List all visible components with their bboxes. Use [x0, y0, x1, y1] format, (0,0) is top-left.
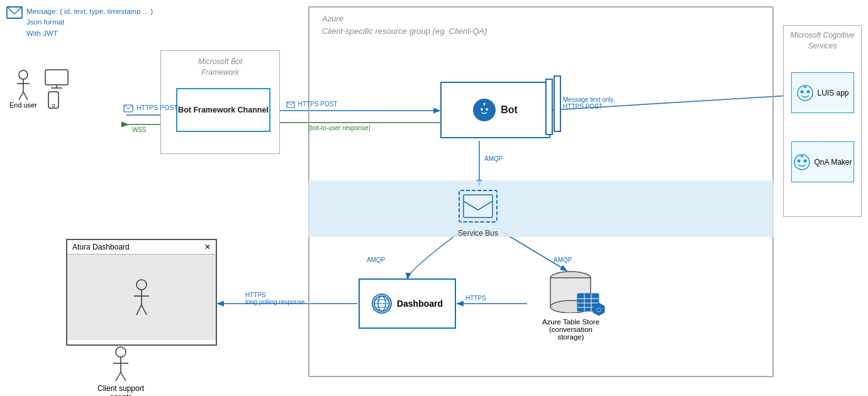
client-support-label1: Client support: [97, 384, 144, 393]
bot-stack1: [545, 79, 553, 135]
atura-person-icon: [129, 278, 154, 316]
service-bus-band: [308, 180, 774, 237]
svg-rect-14: [45, 70, 68, 85]
arrow-https-post-bfc: HTTPS POST: [123, 104, 178, 113]
top-message-line2: Json format: [26, 17, 153, 28]
azure-table-label2: (conversation: [528, 326, 613, 333]
monitor-icon: [45, 69, 71, 89]
dashboard-box: Dashboard: [359, 278, 456, 329]
arrow-wss: WSS: [132, 126, 147, 133]
arrow-message-text-label: Message text only, HTTPS POST: [563, 96, 615, 110]
top-message-line1: Message: { id, text, type, timestamp ...…: [26, 6, 153, 17]
end-user-person-icon: [14, 70, 33, 101]
svg-point-9: [19, 70, 28, 79]
svg-point-60: [804, 159, 807, 162]
hex-badge-icon: ⬡: [592, 302, 606, 316]
svg-line-48: [142, 305, 147, 315]
svg-line-12: [19, 92, 23, 100]
client-support-label2: agents: [97, 393, 144, 396]
svg-line-52: [116, 372, 121, 381]
end-user-label: End user: [9, 101, 37, 109]
service-bus-icon: [456, 187, 500, 225]
arrow-amqp-down: AMQP: [484, 155, 503, 162]
service-bus-box: Service Bus: [440, 187, 516, 238]
top-message-line3: With JWT: [26, 28, 153, 39]
arrow-amqp-right: AMQP: [554, 256, 572, 263]
azure-table-label1: Azure Table Store: [528, 318, 613, 326]
svg-point-44: [136, 280, 147, 290]
luis-icon: [796, 84, 814, 102]
envelope-top-icon: [6, 6, 23, 19]
svg-text:⬡: ⬡: [596, 307, 601, 313]
arrow-envelope2-icon: [286, 101, 295, 108]
svg-rect-17: [48, 92, 58, 108]
client-support-area: Client support agents: [97, 346, 144, 396]
cognitive-services-box: [783, 25, 862, 217]
top-message: Message: { id, text, type, timestamp ...…: [6, 6, 153, 39]
qna-box: QnA Maker: [791, 141, 854, 182]
svg-point-59: [798, 159, 801, 162]
dashboard-label: Dashboard: [397, 299, 443, 309]
service-bus-label: Service Bus: [440, 229, 516, 238]
phone-icon: [48, 91, 59, 109]
arrow-envelope-icon: [123, 104, 133, 113]
arrow-https-table: HTTPS: [465, 295, 486, 302]
diagram-container: Message: { id, text, type, timestamp ...…: [0, 0, 868, 396]
client-support-icon: [108, 346, 133, 382]
svg-line-47: [136, 305, 142, 315]
svg-point-18: [52, 104, 55, 107]
arrow-bot-to-user: (bot-to-user response): [308, 124, 370, 131]
atura-content: [67, 255, 216, 340]
svg-point-49: [116, 347, 126, 357]
atura-titlebar: Atura Dashboard ✕: [67, 240, 216, 255]
dashboard-globe-icon: [372, 294, 392, 314]
arrow-amqp-left: AMQP: [367, 256, 385, 263]
bfc-label: Bot Framework Channel: [178, 105, 269, 115]
luis-label: LUIS app: [817, 89, 849, 97]
svg-line-53: [121, 372, 126, 381]
qna-icon: [793, 153, 811, 171]
qna-label: QnA Maker: [814, 158, 852, 167]
luis-box: LUIS app: [791, 72, 854, 113]
azure-table-store-area: ⬡ Azure Table Store (conversation storag…: [528, 270, 613, 341]
bot-framework-channel-box: Bot Framework Channel: [176, 88, 270, 132]
cognitive-services-label: Microsoft Cognitive Services: [786, 30, 859, 52]
atura-title: Atura Dashboard: [72, 243, 130, 251]
bot-icon: [473, 99, 496, 121]
bot-label: Bot: [501, 104, 518, 116]
bot-framework-label: Microsoft BotFramework: [170, 57, 270, 78]
svg-rect-27: [464, 195, 492, 217]
atura-close-icon[interactable]: ✕: [204, 243, 211, 251]
arrow-https-post-bot: HTTPS POST: [286, 101, 338, 108]
bot-stack2: [554, 75, 561, 132]
svg-point-55: [801, 90, 804, 93]
svg-point-22: [481, 108, 483, 111]
svg-line-13: [23, 92, 28, 100]
arrow-long-polling: HTTPS long polling response: [245, 292, 305, 305]
azure-box-label: Azure Client-specific resource group (eg…: [322, 13, 487, 37]
atura-dashboard-window: Atura Dashboard ✕: [66, 239, 217, 346]
bot-box: Bot: [440, 82, 550, 138]
svg-point-56: [807, 90, 810, 93]
azure-table-label3: storage): [528, 333, 613, 341]
svg-point-23: [486, 108, 488, 111]
end-user-area: End user: [9, 69, 148, 109]
